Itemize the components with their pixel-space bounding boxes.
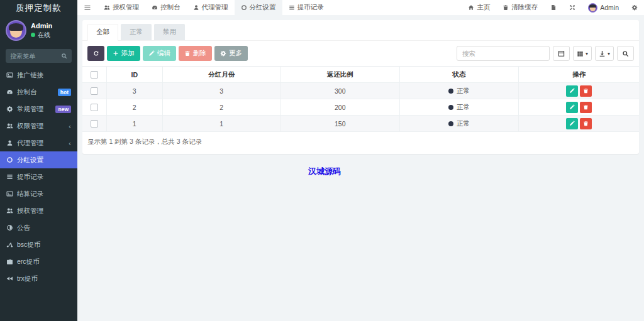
sidebar-item-settlement-records[interactable]: 结算记录 xyxy=(0,185,77,202)
caret-down-icon: ▾ xyxy=(608,51,610,57)
tab-disabled[interactable]: 禁用 xyxy=(154,24,185,40)
sidebar-item-general-management[interactable]: 常规管理 new xyxy=(0,101,77,117)
column-header-month[interactable]: 分红月份 xyxy=(162,67,280,83)
delete-row-button[interactable] xyxy=(580,102,592,113)
avatar xyxy=(588,3,597,13)
edit-row-button[interactable] xyxy=(566,85,578,97)
user-icon xyxy=(6,139,13,146)
cell-id: 1 xyxy=(106,116,162,132)
data-table: ID 分红月份 返还比例 状态 操作 3 3 300 xyxy=(82,66,639,132)
row-checkbox[interactable] xyxy=(91,87,98,95)
pencil-icon xyxy=(569,121,575,126)
nav-tab-dividend-settings[interactable]: 分红设置 xyxy=(235,0,282,15)
sidebar-search-input[interactable] xyxy=(10,53,61,60)
new-badge: new xyxy=(55,106,71,113)
trash-icon xyxy=(184,50,191,57)
column-header-status[interactable]: 状态 xyxy=(399,67,518,83)
content-area: 全部 正常 禁用 添加 编辑 xyxy=(77,15,644,321)
user-menu[interactable]: Admin xyxy=(582,0,625,15)
cell-id: 2 xyxy=(106,99,162,116)
tab-all[interactable]: 全部 xyxy=(87,24,118,41)
more-button[interactable]: 更多 xyxy=(214,46,248,61)
sidebar-item-permission-management[interactable]: 权限管理 ‹ xyxy=(0,117,77,134)
table-row: 2 2 200 正常 xyxy=(82,99,639,116)
fullscreen-button[interactable] xyxy=(563,0,582,15)
pencil-icon xyxy=(148,50,155,57)
trash-icon xyxy=(502,4,509,11)
main-area: 授权管理 控制台 代理管理 分红设置 提币记录 主页 xyxy=(77,0,644,321)
row-checkbox[interactable] xyxy=(91,120,98,128)
edit-button[interactable]: 编辑 xyxy=(143,46,176,61)
columns-button[interactable]: ▾ xyxy=(573,46,592,61)
briefcase-icon xyxy=(6,258,13,265)
trash-icon xyxy=(583,88,589,94)
online-status-label: 在线 xyxy=(38,31,50,40)
sidebar-item-authorization-management[interactable]: 授权管理 xyxy=(0,202,77,219)
status-dot-icon xyxy=(448,89,453,94)
settings-button[interactable] xyxy=(625,0,644,15)
record-summary: 显示第 1 到第 3 条记录，总共 3 条记录 xyxy=(82,132,639,154)
online-status-icon xyxy=(31,33,35,37)
edit-row-button[interactable] xyxy=(566,102,578,113)
pencil-icon xyxy=(569,104,575,110)
trash-icon xyxy=(583,104,589,110)
top-navbar: 授权管理 控制台 代理管理 分红设置 提币记录 主页 xyxy=(77,0,644,15)
delete-row-button[interactable] xyxy=(580,85,592,97)
column-header-id[interactable]: ID xyxy=(106,67,162,83)
select-all-checkbox[interactable] xyxy=(91,71,98,79)
hamburger-icon xyxy=(84,4,91,11)
terminal-button[interactable] xyxy=(544,0,563,15)
sidebar-item-dividend-settings[interactable]: 分红设置 xyxy=(0,151,77,168)
avatar xyxy=(6,20,26,41)
status-badge: 正常 xyxy=(448,119,470,128)
sidebar-item-trx-withdraw[interactable]: trx提币 xyxy=(0,270,77,287)
caret-down-icon: ▾ xyxy=(586,51,588,57)
sidebar: 质押定制款 Admin 在线 推广链接 控制台 hot xyxy=(0,0,77,321)
column-header-operate[interactable]: 操作 xyxy=(519,67,639,83)
circle-icon xyxy=(6,156,13,163)
tab-normal[interactable]: 正常 xyxy=(121,24,152,40)
sidebar-search xyxy=(6,49,72,63)
sidebar-item-bsc-withdraw[interactable]: bsc提币 xyxy=(0,236,77,253)
user-icon xyxy=(193,4,199,11)
app-title: 质押定制款 xyxy=(0,0,77,16)
cell-ratio: 150 xyxy=(280,116,399,132)
sidebar-item-erc-withdraw[interactable]: erc提币 xyxy=(0,253,77,270)
sidebar-item-dashboard[interactable]: 控制台 hot xyxy=(0,84,77,101)
clear-cache-button[interactable]: 清除缓存 xyxy=(496,0,544,15)
nav-tab-authorization-management[interactable]: 授权管理 xyxy=(97,0,145,15)
edit-row-button[interactable] xyxy=(566,118,578,129)
table-search-input[interactable] xyxy=(457,46,550,61)
search-toggle-button[interactable] xyxy=(617,46,634,61)
delete-button[interactable]: 删除 xyxy=(179,46,212,61)
sidebar-item-agent-management[interactable]: 代理管理 ‹ xyxy=(0,134,77,151)
cell-ratio: 300 xyxy=(280,83,399,99)
sidebar-item-withdraw-records[interactable]: 提币记录 xyxy=(0,168,77,185)
navbar-user-name: Admin xyxy=(600,4,619,11)
add-button[interactable]: 添加 xyxy=(107,46,140,61)
users-icon xyxy=(104,4,110,11)
delete-row-button[interactable] xyxy=(580,118,592,129)
plus-icon xyxy=(113,50,119,57)
nav-tab-withdraw-records[interactable]: 提币记录 xyxy=(282,0,330,15)
nav-tab-agent-management[interactable]: 代理管理 xyxy=(187,0,235,15)
pagination-toggle-button[interactable] xyxy=(553,46,570,61)
cell-month: 1 xyxy=(162,116,280,132)
home-button[interactable]: 主页 xyxy=(462,0,496,15)
table-row: 1 1 150 正常 xyxy=(82,116,639,132)
table-row: 3 3 300 正常 xyxy=(82,83,639,99)
cogs-icon xyxy=(6,106,13,112)
users-icon xyxy=(6,122,13,129)
chevron-left-icon: ‹ xyxy=(69,122,71,130)
refresh-button[interactable] xyxy=(87,46,104,61)
export-button[interactable]: ▾ xyxy=(595,46,614,61)
status-dot-icon xyxy=(448,105,453,110)
nav-tab-dashboard[interactable]: 控制台 xyxy=(145,0,187,15)
sidebar-item-announcement[interactable]: 公告 xyxy=(0,219,77,236)
cell-month: 3 xyxy=(162,83,280,99)
row-checkbox[interactable] xyxy=(91,104,98,111)
sidebar-toggle-button[interactable] xyxy=(77,0,97,15)
sidebar-item-promotion-link[interactable]: 推广链接 xyxy=(0,67,77,84)
column-header-ratio[interactable]: 返还比例 xyxy=(280,67,399,83)
brand-link[interactable]: 汉城源码 xyxy=(308,166,341,177)
